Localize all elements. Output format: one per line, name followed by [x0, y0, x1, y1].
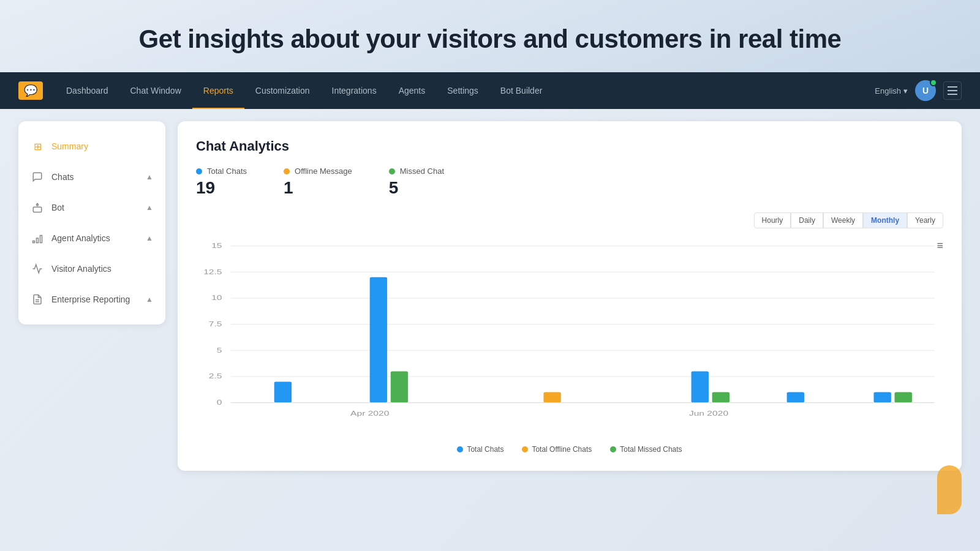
bar-chart: 0 2.5 5 7.5 10 12.5 15 — [196, 239, 943, 435]
filter-weekly-button[interactable]: Weekly — [823, 212, 863, 228]
nav-agents[interactable]: Agents — [388, 72, 437, 109]
sidebar-item-bot[interactable]: Bot ▲ — [18, 192, 165, 223]
nav-dashboard[interactable]: Dashboard — [55, 72, 119, 109]
svg-rect-2 — [33, 241, 35, 243]
chevron-up-icon-agent: ▲ — [146, 234, 153, 242]
missed-chat-value: 5 — [389, 178, 444, 198]
bar-may-offline — [543, 392, 560, 403]
missed-chat-dot — [389, 168, 395, 174]
filter-yearly-button[interactable]: Yearly — [907, 212, 943, 228]
navbar: Dashboard Chat Window Reports Customizat… — [0, 72, 980, 109]
legend-total-chats: Total Chats — [457, 445, 503, 454]
sidebar-label-bot: Bot — [51, 203, 64, 212]
agent-analytics-icon — [31, 231, 44, 245]
filter-hourly-button[interactable]: Hourly — [754, 212, 791, 228]
visitor-analytics-icon — [31, 262, 44, 276]
chevron-up-icon-enterprise: ▲ — [146, 295, 153, 304]
decorative-orange-shape — [937, 465, 962, 514]
hamburger-menu-icon[interactable] — [943, 81, 962, 100]
svg-text:10: 10 — [211, 294, 222, 302]
svg-text:Apr 2020: Apr 2020 — [350, 410, 390, 418]
bar-apr2-total — [370, 277, 387, 403]
bar-jun1-total — [692, 371, 709, 402]
legend-missed-dot — [610, 446, 616, 452]
sidebar-label-summary: Summary — [51, 141, 88, 151]
nav-right: English ▾ U — [875, 80, 962, 101]
nav-bot-builder[interactable]: Bot Builder — [489, 72, 553, 109]
offline-message-value: 1 — [284, 178, 352, 198]
legend-offline-label: Total Offline Chats — [532, 445, 592, 454]
bar-jul-total — [874, 392, 891, 403]
svg-rect-0 — [33, 207, 42, 212]
sidebar-label-visitor-analytics: Visitor Analytics — [51, 264, 111, 274]
metric-offline-message: Offline Message 1 — [284, 167, 352, 198]
filter-daily-button[interactable]: Daily — [791, 212, 823, 228]
nav-settings[interactable]: Settings — [436, 72, 489, 109]
chevron-up-icon-bot: ▲ — [146, 203, 153, 212]
navbar-logo — [18, 81, 43, 100]
enterprise-reporting-icon — [31, 293, 44, 306]
bar-jun1-missed — [712, 392, 729, 403]
legend-total-chats-dot — [457, 446, 463, 452]
svg-text:0: 0 — [217, 399, 222, 407]
svg-text:7.5: 7.5 — [209, 320, 222, 328]
svg-text:5: 5 — [217, 346, 222, 354]
bar-apr1-total — [274, 382, 292, 403]
svg-rect-4 — [40, 236, 42, 243]
nav-items: Dashboard Chat Window Reports Customizat… — [55, 72, 875, 109]
bar-apr2-missed — [391, 371, 408, 402]
online-badge — [930, 79, 937, 86]
legend-total-offline-chats: Total Offline Chats — [522, 445, 592, 454]
avatar[interactable]: U — [915, 80, 936, 101]
metric-missed-chat: Missed Chat 5 — [389, 167, 444, 198]
language-selector[interactable]: English ▾ — [875, 86, 908, 96]
chevron-down-icon: ▾ — [903, 86, 908, 96]
sidebar-item-summary[interactable]: ⊞ Summary — [18, 131, 165, 162]
sidebar-item-agent-analytics[interactable]: Agent Analytics ▲ — [18, 223, 165, 253]
offline-message-dot — [284, 168, 290, 174]
time-filter-row: Hourly Daily Weekly Monthly Yearly — [754, 212, 943, 228]
total-chats-dot — [196, 168, 202, 174]
nav-customization[interactable]: Customization — [244, 72, 321, 109]
chart-title: Chat Analytics — [196, 138, 943, 154]
legend-offline-dot — [522, 446, 528, 452]
sidebar-item-enterprise-reporting[interactable]: Enterprise Reporting ▲ — [18, 284, 165, 315]
total-chats-value: 19 — [196, 178, 247, 198]
sidebar-label-chats: Chats — [51, 172, 74, 182]
sidebar-item-chats[interactable]: Chats ▲ — [18, 162, 165, 192]
bar-jun2-total — [787, 392, 804, 403]
legend-total-chats-label: Total Chats — [467, 445, 503, 454]
svg-text:Jun 2020: Jun 2020 — [689, 410, 729, 418]
legend-total-missed-chats: Total Missed Chats — [610, 445, 682, 454]
hero-title: Get insights about your visitors and cus… — [12, 24, 968, 54]
hero-section: Get insights about your visitors and cus… — [0, 0, 980, 72]
nav-integrations[interactable]: Integrations — [321, 72, 388, 109]
chats-icon — [31, 170, 44, 184]
sidebar-label-agent-analytics: Agent Analytics — [51, 233, 110, 243]
sidebar: ⊞ Summary Chats ▲ Bot ▲ Agent Analytics … — [18, 121, 165, 324]
chart-panel: Chat Analytics Total Chats 19 Offline Me… — [178, 121, 962, 471]
chart-menu-icon[interactable]: ≡ — [937, 239, 943, 252]
svg-text:15: 15 — [211, 242, 222, 250]
offline-message-label: Offline Message — [295, 167, 352, 176]
chevron-up-icon: ▲ — [146, 173, 153, 181]
nav-reports[interactable]: Reports — [192, 72, 244, 109]
svg-rect-3 — [37, 238, 39, 243]
bot-icon — [31, 201, 44, 214]
summary-icon: ⊞ — [31, 140, 44, 153]
main-content: ⊞ Summary Chats ▲ Bot ▲ Agent Analytics … — [0, 109, 980, 483]
metric-total-chats: Total Chats 19 — [196, 167, 247, 198]
svg-text:12.5: 12.5 — [203, 268, 222, 276]
legend-missed-label: Total Missed Chats — [620, 445, 682, 454]
chart-area: ≡ 0 2.5 5 7.5 10 12.5 15 — [196, 239, 943, 435]
metrics-row: Total Chats 19 Offline Message 1 Missed … — [196, 167, 943, 198]
sidebar-item-visitor-analytics[interactable]: Visitor Analytics — [18, 253, 165, 284]
total-chats-label: Total Chats — [207, 167, 247, 176]
missed-chat-label: Missed Chat — [400, 167, 444, 176]
bar-jul-missed — [895, 392, 912, 403]
logo-icon — [18, 81, 43, 100]
svg-text:2.5: 2.5 — [209, 372, 222, 380]
sidebar-label-enterprise-reporting: Enterprise Reporting — [51, 294, 130, 304]
nav-chat-window[interactable]: Chat Window — [119, 72, 192, 109]
filter-monthly-button[interactable]: Monthly — [863, 212, 907, 228]
